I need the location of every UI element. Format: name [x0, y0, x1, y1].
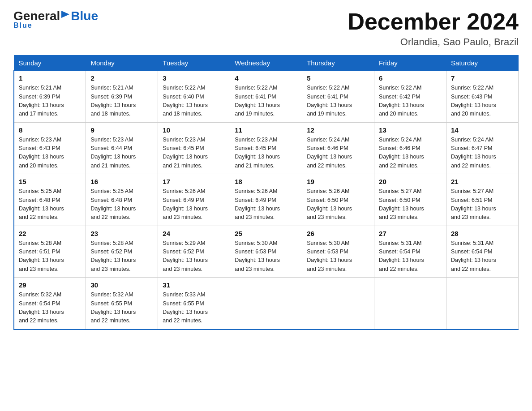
- day-info: Sunrise: 5:22 AMSunset: 6:42 PMDaylight:…: [379, 84, 442, 119]
- day-number: 14: [451, 126, 514, 134]
- day-info: Sunrise: 5:23 AMSunset: 6:44 PMDaylight:…: [90, 136, 153, 171]
- calendar-day-cell: 30Sunrise: 5:32 AMSunset: 6:55 PMDayligh…: [86, 278, 158, 330]
- day-number: 3: [163, 74, 225, 82]
- calendar-day-cell: [230, 278, 302, 330]
- calendar-day-cell: 27Sunrise: 5:31 AMSunset: 6:54 PMDayligh…: [374, 226, 446, 278]
- day-info: Sunrise: 5:32 AMSunset: 6:54 PMDaylight:…: [19, 291, 81, 325]
- calendar-day-cell: 29Sunrise: 5:32 AMSunset: 6:54 PMDayligh…: [14, 278, 86, 330]
- calendar-week-row: 22Sunrise: 5:28 AMSunset: 6:51 PMDayligh…: [14, 226, 519, 278]
- calendar-day-cell: 4Sunrise: 5:22 AMSunset: 6:41 PMDaylight…: [230, 71, 302, 123]
- calendar-day-cell: 18Sunrise: 5:26 AMSunset: 6:49 PMDayligh…: [230, 174, 302, 226]
- calendar-day-cell: 19Sunrise: 5:26 AMSunset: 6:50 PMDayligh…: [302, 174, 374, 226]
- day-info: Sunrise: 5:22 AMSunset: 6:40 PMDaylight:…: [163, 84, 225, 119]
- day-info: Sunrise: 5:26 AMSunset: 6:49 PMDaylight:…: [235, 187, 297, 222]
- calendar-day-cell: 23Sunrise: 5:28 AMSunset: 6:52 PMDayligh…: [86, 226, 158, 278]
- day-number: 13: [379, 126, 442, 134]
- day-info: Sunrise: 5:23 AMSunset: 6:45 PMDaylight:…: [163, 136, 225, 171]
- logo: General Blue Blue: [13, 9, 98, 30]
- title-block: December 2024 Orlandia, Sao Paulo, Brazi…: [348, 9, 519, 48]
- day-number: 21: [451, 178, 514, 185]
- day-info: Sunrise: 5:28 AMSunset: 6:51 PMDaylight:…: [19, 239, 81, 274]
- calendar-day-cell: 25Sunrise: 5:30 AMSunset: 6:53 PMDayligh…: [230, 226, 302, 278]
- weekday-header-monday: Monday: [86, 56, 158, 71]
- svg-marker-0: [61, 11, 69, 18]
- day-number: 24: [163, 230, 225, 237]
- calendar-day-cell: 22Sunrise: 5:28 AMSunset: 6:51 PMDayligh…: [14, 226, 86, 278]
- day-info: Sunrise: 5:24 AMSunset: 6:46 PMDaylight:…: [307, 136, 369, 171]
- calendar-day-cell: 14Sunrise: 5:24 AMSunset: 6:47 PMDayligh…: [446, 122, 519, 174]
- calendar-day-cell: 11Sunrise: 5:23 AMSunset: 6:45 PMDayligh…: [230, 122, 302, 174]
- weekday-header-friday: Friday: [374, 56, 446, 71]
- day-info: Sunrise: 5:31 AMSunset: 6:54 PMDaylight:…: [451, 239, 514, 274]
- day-number: 16: [90, 178, 153, 185]
- weekday-header-wednesday: Wednesday: [230, 56, 302, 71]
- weekday-header-saturday: Saturday: [446, 56, 519, 71]
- day-number: 6: [379, 74, 442, 82]
- day-number: 11: [235, 126, 297, 134]
- calendar-day-cell: 21Sunrise: 5:27 AMSunset: 6:51 PMDayligh…: [446, 174, 519, 226]
- day-number: 19: [307, 178, 369, 185]
- day-info: Sunrise: 5:33 AMSunset: 6:55 PMDaylight:…: [163, 291, 225, 325]
- day-number: 9: [90, 126, 153, 134]
- day-info: Sunrise: 5:22 AMSunset: 6:41 PMDaylight:…: [307, 84, 369, 119]
- day-number: 2: [90, 74, 153, 82]
- day-info: Sunrise: 5:30 AMSunset: 6:53 PMDaylight:…: [235, 239, 297, 274]
- calendar-table: SundayMondayTuesdayWednesdayThursdayFrid…: [13, 55, 519, 330]
- calendar-day-cell: 17Sunrise: 5:26 AMSunset: 6:49 PMDayligh…: [158, 174, 230, 226]
- calendar-day-cell: 3Sunrise: 5:22 AMSunset: 6:40 PMDaylight…: [158, 71, 230, 123]
- day-number: 23: [90, 230, 153, 237]
- day-info: Sunrise: 5:23 AMSunset: 6:43 PMDaylight:…: [19, 136, 81, 171]
- day-info: Sunrise: 5:26 AMSunset: 6:50 PMDaylight:…: [307, 187, 369, 222]
- calendar-week-row: 8Sunrise: 5:23 AMSunset: 6:43 PMDaylight…: [14, 122, 519, 174]
- day-number: 5: [307, 74, 369, 82]
- day-info: Sunrise: 5:21 AMSunset: 6:39 PMDaylight:…: [90, 84, 153, 119]
- weekday-header-thursday: Thursday: [302, 56, 374, 71]
- day-number: 29: [19, 281, 81, 289]
- calendar-day-cell: 13Sunrise: 5:24 AMSunset: 6:46 PMDayligh…: [374, 122, 446, 174]
- calendar-day-cell: 26Sunrise: 5:30 AMSunset: 6:53 PMDayligh…: [302, 226, 374, 278]
- logo-flag-icon: [60, 10, 70, 22]
- calendar-day-cell: 20Sunrise: 5:27 AMSunset: 6:50 PMDayligh…: [374, 174, 446, 226]
- calendar-day-cell: [374, 278, 446, 330]
- calendar-day-cell: 5Sunrise: 5:22 AMSunset: 6:41 PMDaylight…: [302, 71, 374, 123]
- calendar-day-cell: 10Sunrise: 5:23 AMSunset: 6:45 PMDayligh…: [158, 122, 230, 174]
- calendar-day-cell: 16Sunrise: 5:25 AMSunset: 6:48 PMDayligh…: [86, 174, 158, 226]
- day-info: Sunrise: 5:24 AMSunset: 6:47 PMDaylight:…: [451, 136, 514, 171]
- calendar-day-cell: 2Sunrise: 5:21 AMSunset: 6:39 PMDaylight…: [86, 71, 158, 123]
- day-number: 30: [90, 281, 153, 289]
- calendar-day-cell: 24Sunrise: 5:29 AMSunset: 6:52 PMDayligh…: [158, 226, 230, 278]
- day-info: Sunrise: 5:25 AMSunset: 6:48 PMDaylight:…: [19, 187, 81, 222]
- logo-underline: Blue: [13, 21, 33, 30]
- day-number: 22: [19, 230, 81, 237]
- calendar-day-cell: 31Sunrise: 5:33 AMSunset: 6:55 PMDayligh…: [158, 278, 230, 330]
- day-number: 18: [235, 178, 297, 185]
- day-info: Sunrise: 5:28 AMSunset: 6:52 PMDaylight:…: [90, 239, 153, 274]
- calendar-day-cell: [302, 278, 374, 330]
- day-number: 12: [307, 126, 369, 134]
- day-number: 28: [451, 230, 514, 237]
- day-info: Sunrise: 5:26 AMSunset: 6:49 PMDaylight:…: [163, 187, 225, 222]
- calendar-day-cell: 6Sunrise: 5:22 AMSunset: 6:42 PMDaylight…: [374, 71, 446, 123]
- calendar-week-row: 29Sunrise: 5:32 AMSunset: 6:54 PMDayligh…: [14, 278, 519, 330]
- weekday-header-tuesday: Tuesday: [158, 56, 230, 71]
- day-info: Sunrise: 5:25 AMSunset: 6:48 PMDaylight:…: [90, 187, 153, 222]
- calendar-day-cell: 8Sunrise: 5:23 AMSunset: 6:43 PMDaylight…: [14, 122, 86, 174]
- page-header: General Blue Blue December 2024 Orlandia…: [13, 9, 519, 48]
- day-info: Sunrise: 5:24 AMSunset: 6:46 PMDaylight:…: [379, 136, 442, 171]
- day-number: 15: [19, 178, 81, 185]
- calendar-day-cell: [446, 278, 519, 330]
- day-number: 26: [307, 230, 369, 237]
- day-info: Sunrise: 5:30 AMSunset: 6:53 PMDaylight:…: [307, 239, 369, 274]
- day-number: 7: [451, 74, 514, 82]
- day-info: Sunrise: 5:21 AMSunset: 6:39 PMDaylight:…: [19, 84, 81, 119]
- day-number: 1: [19, 74, 81, 82]
- logo-blue-text: Blue: [71, 9, 98, 23]
- calendar-day-cell: 7Sunrise: 5:22 AMSunset: 6:43 PMDaylight…: [446, 71, 519, 123]
- calendar-day-cell: 12Sunrise: 5:24 AMSunset: 6:46 PMDayligh…: [302, 122, 374, 174]
- calendar-day-cell: 15Sunrise: 5:25 AMSunset: 6:48 PMDayligh…: [14, 174, 86, 226]
- day-number: 8: [19, 126, 81, 134]
- day-info: Sunrise: 5:29 AMSunset: 6:52 PMDaylight:…: [163, 239, 225, 274]
- day-info: Sunrise: 5:22 AMSunset: 6:41 PMDaylight:…: [235, 84, 297, 119]
- calendar-day-cell: 9Sunrise: 5:23 AMSunset: 6:44 PMDaylight…: [86, 122, 158, 174]
- calendar-week-row: 15Sunrise: 5:25 AMSunset: 6:48 PMDayligh…: [14, 174, 519, 226]
